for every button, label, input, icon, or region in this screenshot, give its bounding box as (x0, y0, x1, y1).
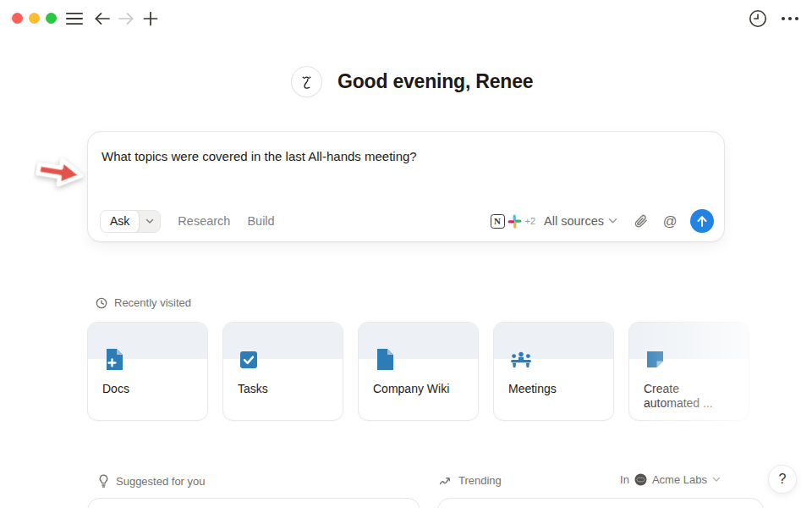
suggested-label: Suggested for you (116, 475, 206, 488)
card-title: Company Wiki (373, 382, 466, 396)
mode-research-button[interactable]: Research (178, 214, 230, 228)
lightbulb-icon (98, 474, 109, 488)
history-clock-icon[interactable] (748, 8, 768, 29)
ai-face-doodle-icon (291, 66, 322, 97)
meeting-people-icon (510, 350, 532, 373)
card-docs[interactable]: Docs (87, 322, 208, 421)
notion-source-icon: N (491, 214, 505, 229)
card-title: Docs (102, 382, 195, 396)
ai-composer[interactable]: What topics were covered in the last All… (87, 131, 725, 242)
card-company-wiki[interactable]: Company Wiki (358, 322, 479, 421)
mode-chevron-down-icon[interactable] (140, 210, 160, 233)
trending-label: Trending (458, 474, 502, 487)
page-icon (375, 348, 396, 374)
all-sources-label: All sources (544, 214, 604, 228)
recently-visited-cards: Docs Tasks Company Wiki (87, 322, 749, 421)
window-controls (12, 13, 57, 24)
trending-up-icon (439, 476, 452, 486)
at-icon: @ (663, 213, 678, 229)
chevron-down-icon (608, 218, 617, 224)
pointer-annotation-arrow-icon (30, 149, 89, 199)
workspace-logo-icon (634, 473, 647, 486)
note-icon (645, 350, 665, 373)
composer-query-text[interactable]: What topics were covered in the last All… (102, 147, 710, 165)
zoom-window-button[interactable] (46, 13, 57, 24)
sources-overflow-badge: +2 (525, 216, 536, 226)
close-window-button[interactable] (12, 13, 23, 24)
card-meetings[interactable]: Meetings (493, 322, 614, 421)
workspace-scope-dropdown[interactable]: In Acme Labs (620, 473, 721, 486)
card-title: Meetings (508, 382, 601, 396)
trending-header: Trending (439, 474, 502, 487)
card-title: Create automated ... (644, 382, 737, 411)
mode-build-button[interactable]: Build (247, 214, 274, 228)
scope-prefix: In (620, 473, 629, 486)
workspace-name: Acme Labs (652, 473, 707, 486)
back-arrow-icon[interactable] (93, 9, 112, 27)
mode-ask-button[interactable]: Ask (100, 210, 140, 233)
paperclip-icon (634, 213, 649, 229)
suggested-card[interactable] (87, 498, 420, 508)
checkbox-icon (239, 351, 258, 373)
send-button[interactable] (690, 209, 714, 233)
sidebar-menu-icon[interactable] (65, 10, 84, 27)
mode-switcher: Ask (100, 210, 161, 233)
card-title: Tasks (238, 382, 331, 396)
connected-sources-chips[interactable]: N +2 (491, 214, 536, 229)
help-glyph: ? (779, 472, 787, 487)
page-title: Good evening, Renee (337, 70, 533, 93)
trending-card[interactable] (437, 498, 764, 508)
arrow-up-icon (696, 215, 708, 228)
card-create-automated[interactable]: Create automated ... (628, 322, 749, 421)
recently-visited-label: Recently visited (114, 296, 191, 309)
suggested-header: Suggested for you (98, 474, 206, 488)
doc-plus-icon (104, 348, 125, 374)
minimize-window-button[interactable] (29, 13, 40, 24)
clock-icon (96, 297, 107, 309)
app-window: Good evening, Renee What topics were cov… (0, 0, 812, 508)
more-options-icon[interactable] (780, 11, 800, 26)
new-tab-plus-icon[interactable] (141, 9, 160, 27)
mention-button[interactable]: @ (658, 209, 682, 233)
attach-file-button[interactable] (629, 209, 653, 233)
forward-arrow-icon[interactable] (117, 9, 135, 27)
composer-toolbar: Ask Research Build N +2 (100, 209, 714, 233)
all-sources-dropdown[interactable]: All sources (544, 214, 617, 228)
title-bar (0, 0, 812, 37)
card-tasks[interactable]: Tasks (222, 322, 343, 421)
help-button[interactable]: ? (768, 465, 797, 494)
chevron-down-icon (712, 477, 721, 483)
recently-visited-header: Recently visited (96, 296, 191, 309)
slack-source-icon (508, 214, 522, 229)
